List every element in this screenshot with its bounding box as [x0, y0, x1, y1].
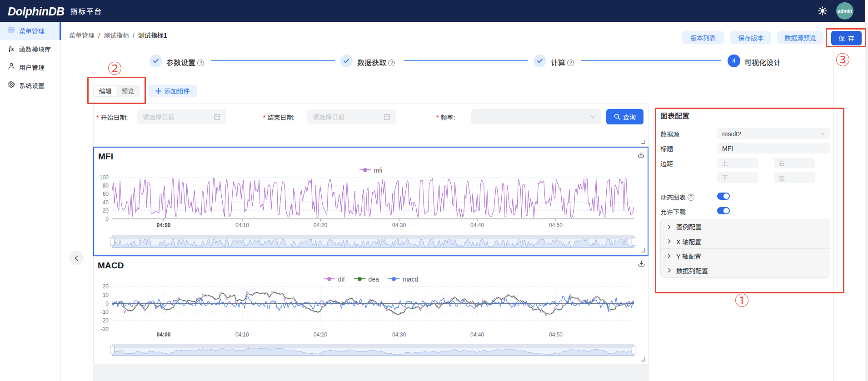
sidebar-item-user-management[interactable]: 用户管理	[0, 58, 60, 76]
sidebar-item-menu-management[interactable]: 菜单管理	[0, 22, 60, 40]
step3-label: 计算 ?	[551, 57, 574, 68]
product-title: 指标平台	[70, 5, 102, 16]
svg-text:0: 0	[105, 214, 109, 222]
download-icon[interactable]	[638, 151, 644, 160]
step1-label: 参数设置 ?	[166, 57, 204, 68]
required-asterisk: *	[436, 114, 439, 121]
margin-left-input[interactable]: 左	[774, 172, 815, 183]
legend-label: macd	[403, 274, 418, 283]
yaxis-config-section[interactable]: Y 轴配置	[661, 248, 830, 263]
step-connector	[404, 60, 528, 61]
start-date-label: *开始日期:	[96, 113, 128, 122]
panel-resize-handle[interactable]	[641, 357, 645, 361]
end-date-label: *结束日期:	[263, 113, 294, 122]
legend-config-section[interactable]: 图例配置	[661, 219, 830, 234]
datasource-select[interactable]: result2	[717, 128, 830, 139]
breadcrumb-separator: /	[133, 30, 135, 40]
legend-label: dif	[338, 274, 345, 283]
step4-number-badge[interactable]: 4	[728, 54, 740, 67]
chart-legend: mfi	[94, 165, 648, 174]
menu-icon	[8, 26, 15, 35]
svg-text:0: 0	[105, 299, 109, 307]
dolphindb-indicator-platform: { "navbar": {"logo": "DolphinDB", "produ…	[0, 0, 868, 381]
frequency-label: *频率:	[436, 113, 455, 122]
page-scrollbar[interactable]	[865, 0, 868, 381]
panel-resize-handle[interactable]	[641, 140, 645, 144]
legend-item-mfi[interactable]: mfi	[359, 165, 383, 174]
chart-panel-mfi[interactable]: 02040608010004:0004:1004:2004:3004:4004:…	[93, 147, 649, 256]
dynamic-chart-label: 动态图表 ?	[660, 193, 694, 202]
theme-toggle-sun-icon[interactable]	[818, 6, 827, 15]
sidebar-item-label: 用户管理	[19, 63, 45, 72]
chevron-down-icon	[590, 114, 595, 119]
step3-finished-check-icon[interactable]	[534, 54, 546, 67]
frequency-select[interactable]	[471, 109, 601, 124]
user-icon	[8, 63, 15, 72]
svg-text:04:50: 04:50	[549, 332, 563, 338]
annotation-label-1: ①	[735, 292, 749, 307]
help-icon[interactable]: ?	[688, 194, 694, 201]
xaxis-config-section[interactable]: X 轴配置	[661, 234, 830, 248]
svg-text:04:00: 04:00	[157, 222, 171, 228]
save-version-button[interactable]: 保存版本	[730, 31, 771, 44]
chart-title: MFI	[98, 152, 113, 162]
panel-resize-handle[interactable]	[641, 248, 645, 252]
query-form-panel: *开始日期: 请选择日期 *结束日期: 请选择日期 *频率: 查询	[93, 104, 649, 147]
step2-finished-check-icon[interactable]	[340, 54, 353, 67]
legend-item-macd[interactable]: macd	[388, 274, 418, 283]
collapse-sidebar-button[interactable]	[69, 251, 84, 265]
svg-text:04:50: 04:50	[549, 222, 563, 228]
top-navbar: DolphinDB 指标平台 admin	[0, 0, 865, 22]
version-list-button[interactable]: 版本列表	[682, 31, 724, 44]
step2-label: 数据获取 ?	[357, 57, 395, 68]
preview-tab[interactable]: 预览	[117, 86, 140, 96]
allow-download-toggle[interactable]	[717, 207, 730, 214]
macd-line-chart: -30-20-100102004:0004:1004:2004:3004:400…	[94, 257, 648, 364]
margin-bottom-input[interactable]: 下	[717, 172, 758, 183]
breadcrumb: 菜单管理 / 测试指标 / 测试指标1	[69, 30, 167, 40]
end-date-input[interactable]: 请选择日期	[307, 109, 396, 124]
dynamic-chart-toggle[interactable]	[717, 193, 730, 200]
legend-item-dif[interactable]: dif	[324, 274, 345, 283]
help-icon[interactable]: ?	[388, 59, 395, 66]
start-date-input[interactable]: 请选择日期	[137, 109, 226, 124]
svg-text:04:40: 04:40	[470, 222, 484, 228]
step-connector	[211, 60, 335, 61]
sidebar-item-label: 系统设置	[19, 81, 45, 90]
sidebar-item-system-settings[interactable]: 系统设置	[0, 76, 60, 94]
margin-top-input[interactable]: 上	[717, 158, 758, 168]
config-collapse-group: 图例配置 X 轴配置 Y 轴配置 数据列配置	[660, 219, 830, 278]
help-icon[interactable]: ?	[567, 59, 574, 66]
svg-text:04:00: 04:00	[157, 332, 171, 338]
svg-text:04:30: 04:30	[392, 222, 406, 228]
legend-marker	[324, 278, 335, 279]
required-asterisk: *	[263, 114, 265, 121]
save-button[interactable]: 保 存	[831, 31, 862, 45]
series-config-section[interactable]: 数据列配置	[661, 263, 830, 277]
chevron-down-icon	[820, 131, 825, 136]
title-input[interactable]: MFI	[717, 143, 830, 153]
query-button[interactable]: 查询	[606, 109, 644, 124]
svg-text:20: 20	[103, 206, 109, 214]
download-icon[interactable]	[638, 260, 645, 269]
chart-panel-macd[interactable]: -30-20-100102004:0004:1004:2004:3004:400…	[93, 256, 649, 364]
svg-text:04:40: 04:40	[470, 332, 484, 338]
breadcrumb-item[interactable]: 测试指标	[104, 30, 129, 40]
add-component-button[interactable]: 添加组件	[148, 85, 197, 97]
chevron-right-icon	[667, 239, 672, 244]
config-panel-divider	[833, 22, 834, 381]
edit-tab[interactable]: 编辑	[94, 86, 117, 96]
mfi-line-chart: 02040608010004:0004:1004:2004:3004:4004:…	[94, 148, 648, 255]
sidebar-item-label: 函数模块库	[19, 45, 51, 54]
breadcrumb-item[interactable]: 菜单管理	[69, 30, 95, 40]
step1-finished-check-icon[interactable]	[150, 54, 162, 67]
help-icon[interactable]: ?	[197, 59, 204, 66]
sidebar-item-function-module-library[interactable]: fx 函数模块库	[0, 40, 60, 58]
margin-right-input[interactable]: 右	[774, 158, 815, 168]
dolphindb-logo[interactable]: DolphinDB	[8, 4, 65, 18]
user-avatar[interactable]: admin	[836, 2, 853, 20]
legend-item-dea[interactable]: dea	[354, 274, 379, 283]
fx-icon: fx	[8, 45, 15, 53]
chevron-left-icon	[74, 255, 80, 261]
datasource-preview-button[interactable]: 数据源预览	[777, 31, 823, 44]
